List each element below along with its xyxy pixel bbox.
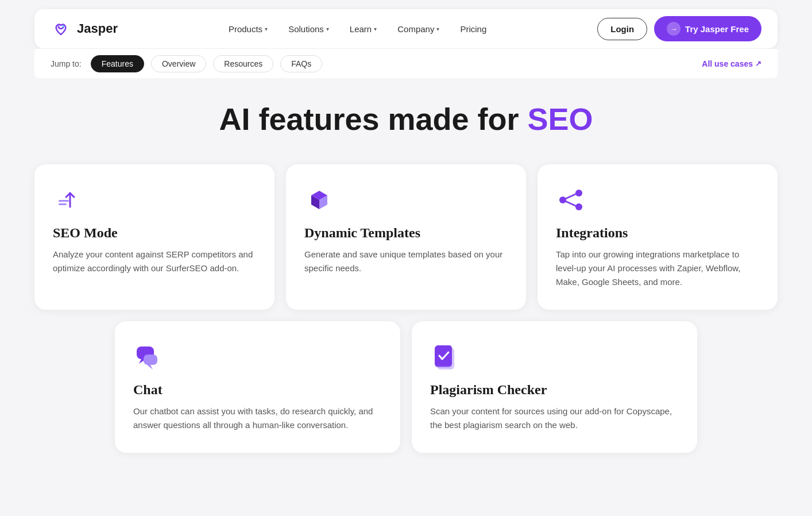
external-link-icon: ↗	[755, 59, 761, 68]
nav-learn[interactable]: Learn ▾	[342, 20, 385, 38]
plagiarism-desc: Scan your content for sources using our …	[430, 405, 679, 432]
try-jasper-button[interactable]: → Try Jasper Free	[654, 16, 761, 41]
seo-mode-desc: Analyze your content against SERP compet…	[53, 248, 256, 275]
dynamic-templates-title: Dynamic Templates	[304, 225, 508, 241]
feature-card-dynamic-templates: Dynamic Templates Generate and save uniq…	[286, 164, 526, 310]
nav-actions: Login → Try Jasper Free	[597, 16, 761, 41]
solutions-chevron-icon: ▾	[326, 26, 329, 32]
jump-faqs[interactable]: FAQs	[280, 55, 322, 72]
integrations-icon	[556, 185, 586, 215]
logo[interactable]: Jasper	[51, 18, 118, 39]
login-button[interactable]: Login	[597, 18, 647, 40]
svg-rect-23	[436, 345, 452, 366]
nav-solutions[interactable]: Solutions ▾	[280, 20, 337, 38]
integrations-title: Integrations	[556, 225, 759, 241]
dynamic-templates-desc: Generate and save unique templates based…	[304, 248, 508, 275]
feature-card-plagiarism: Plagiarism Checker Scan your content for…	[412, 321, 697, 453]
chat-title: Chat	[133, 382, 382, 398]
jump-overview[interactable]: Overview	[151, 55, 206, 72]
main-content: AI features made for SEO SEO M	[0, 78, 812, 476]
jump-resources[interactable]: Resources	[213, 55, 273, 72]
jumpbar-label: Jump to:	[51, 59, 82, 68]
svg-point-14	[575, 203, 582, 210]
nav-pricing[interactable]: Pricing	[452, 20, 494, 38]
learn-chevron-icon: ▾	[374, 26, 377, 32]
svg-point-12	[575, 190, 582, 197]
svg-point-1	[57, 25, 60, 28]
jumpbar: Jump to: Features Overview Resources FAQ…	[34, 48, 778, 78]
feature-card-seo-mode: SEO Mode Analyze your content against SE…	[34, 164, 274, 310]
feature-card-chat: Chat Our chatbot can assist you with tas…	[115, 321, 400, 453]
svg-point-2	[62, 25, 64, 28]
logo-text: Jasper	[77, 21, 118, 36]
features-row-1: SEO Mode Analyze your content against SE…	[34, 164, 778, 310]
nav-products[interactable]: Products ▾	[221, 20, 276, 38]
nav-links: Products ▾ Solutions ▾ Learn ▾ Company ▾…	[221, 20, 494, 38]
plagiarism-title: Plagiarism Checker	[430, 382, 679, 398]
svg-rect-3	[59, 203, 67, 205]
seo-mode-icon	[53, 185, 83, 215]
integrations-desc: Tap into our growing integrations market…	[556, 248, 759, 289]
dynamic-templates-icon	[304, 185, 334, 215]
page-wrapper: Jasper Products ▾ Solutions ▾ Learn ▾ Co…	[0, 9, 812, 516]
hero-title: AI features made for SEO	[34, 101, 778, 137]
feature-card-integrations: Integrations Tap into our growing integr…	[538, 164, 778, 310]
seo-mode-title: SEO Mode	[53, 225, 256, 241]
chat-desc: Our chatbot can assist you with tasks, d…	[133, 405, 382, 432]
all-use-cases-link[interactable]: All use cases ↗	[702, 59, 761, 68]
svg-rect-19	[144, 355, 157, 365]
chat-icon	[133, 342, 163, 372]
svg-rect-4	[59, 200, 69, 202]
svg-marker-20	[147, 365, 153, 369]
plagiarism-checker-icon	[430, 342, 460, 372]
jump-features[interactable]: Features	[91, 55, 144, 72]
nav-company[interactable]: Company ▾	[389, 20, 447, 38]
navbar: Jasper Products ▾ Solutions ▾ Learn ▾ Co…	[34, 9, 778, 48]
company-chevron-icon: ▾	[436, 26, 439, 32]
products-chevron-icon: ▾	[265, 26, 268, 32]
try-arrow-icon: →	[667, 22, 680, 36]
features-row-2: Chat Our chatbot can assist you with tas…	[115, 321, 697, 453]
jasper-logo-icon	[51, 18, 71, 39]
